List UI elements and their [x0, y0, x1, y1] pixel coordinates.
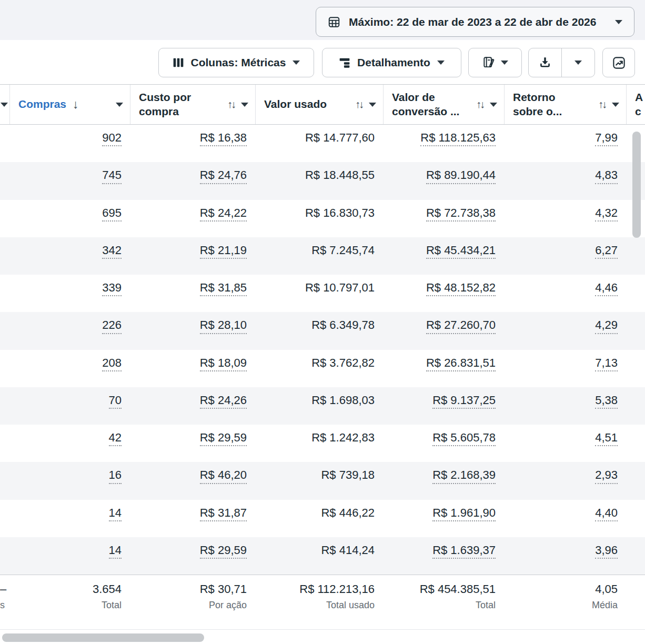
date-range-button[interactable]: Máximo: 22 de mar de 2023 a 22 de abr de…	[316, 7, 634, 37]
metric-value[interactable]: R$ 2.168,39	[432, 468, 496, 484]
sort-icon[interactable]: ↑↓	[355, 98, 362, 110]
metric-value[interactable]: R$ 46,20	[200, 468, 247, 484]
metric-value[interactable]: 208	[102, 356, 122, 371]
metric-value[interactable]: R$ 31,87	[200, 506, 247, 521]
cell-spacer	[0, 350, 9, 387]
metric-value[interactable]: R$ 26.831,51	[426, 356, 496, 371]
cell-custo-por-compra: R$ 16,38	[130, 125, 255, 162]
metric-value[interactable]: 7,13	[595, 356, 618, 371]
sort-icon[interactable]: ↑↓	[476, 98, 483, 110]
header-compras[interactable]: Compras ↓	[9, 85, 130, 124]
header-valor-de-conversao[interactable]: Valor de conversão ... ↑↓	[383, 85, 504, 124]
metric-value[interactable]: 902	[102, 131, 122, 146]
horizontal-scrollbar-thumb[interactable]	[2, 633, 204, 642]
metric-value[interactable]: 70	[109, 394, 122, 409]
chevron-down-icon[interactable]	[490, 103, 497, 107]
column-title: Valor usado	[264, 97, 327, 111]
metric-value[interactable]: R$ 45.434,21	[426, 244, 496, 259]
metric-value[interactable]: 4,29	[595, 318, 618, 334]
header-partial-right-column[interactable]: A c	[626, 85, 645, 124]
metric-value[interactable]: 2,93	[595, 468, 618, 484]
sort-icon[interactable]: ↑↓	[227, 98, 235, 110]
download-icon	[538, 56, 552, 69]
metric-value[interactable]: 3,96	[595, 544, 618, 559]
metric-value[interactable]: 695	[102, 206, 122, 222]
table-row: 226R$ 28,10R$ 6.349,78R$ 27.260,704,29	[0, 312, 645, 349]
header-retorno-sobre-o[interactable]: Retorno sobre o... ↑↓	[504, 85, 626, 124]
header-custo-por-compra[interactable]: Custo por compra ↑↓	[130, 85, 255, 124]
metric-value[interactable]: R$ 24,76	[200, 168, 247, 184]
metric-value[interactable]: R$ 48.152,82	[426, 281, 496, 296]
metric-value[interactable]: R$ 16,38	[200, 131, 247, 146]
metric-value[interactable]: R$ 29,59	[200, 431, 247, 446]
chevron-down-icon[interactable]	[612, 103, 619, 107]
chevron-down-icon[interactable]	[1, 103, 8, 107]
metric-value[interactable]: 4,46	[595, 281, 618, 296]
cell-custo-por-compra: R$ 21,19	[130, 237, 255, 275]
metric-value[interactable]: R$ 18,09	[200, 356, 247, 371]
metric-value: R$ 6.349,78	[311, 318, 375, 333]
metric-value[interactable]: 4,40	[595, 506, 618, 521]
cell-spacer	[0, 125, 9, 162]
chevron-down-icon	[437, 61, 445, 65]
reports-button[interactable]	[468, 48, 522, 77]
cell-spacer	[626, 425, 645, 462]
metric-value[interactable]: 16	[109, 468, 122, 484]
charts-button[interactable]	[602, 48, 635, 77]
metric-value[interactable]: R$ 31,85	[200, 281, 247, 296]
breakdown-button[interactable]: Detalhamento	[322, 48, 461, 77]
header-partial-left-column[interactable]	[0, 85, 9, 124]
metric-value[interactable]: 745	[102, 168, 122, 184]
metric-value[interactable]: R$ 1.961,90	[432, 506, 496, 521]
metric-value[interactable]: R$ 24,22	[200, 206, 247, 222]
metric-value[interactable]: 4,32	[595, 206, 618, 222]
vertical-scrollbar-thumb[interactable]	[632, 132, 641, 238]
metric-value[interactable]: R$ 5.605,78	[432, 431, 496, 446]
sort-descending-icon: ↓	[73, 97, 79, 112]
export-options-button[interactable]	[562, 48, 594, 77]
metric-value[interactable]: 342	[102, 244, 122, 259]
metric-value[interactable]: 14	[109, 506, 122, 521]
header-valor-usado[interactable]: Valor usado ↑↓	[255, 85, 383, 124]
metric-value[interactable]: R$ 118.125,63	[420, 131, 496, 146]
metric-value[interactable]: 4,83	[595, 168, 618, 184]
breakdown-button-label: Detalhamento	[357, 56, 430, 69]
metric-value[interactable]: R$ 9.137,25	[432, 394, 496, 409]
metric-value[interactable]: 7,99	[595, 131, 618, 146]
total-value: 3.654	[93, 582, 122, 596]
cell-valor-usado: R$ 414,24	[255, 537, 383, 575]
columns-button[interactable]: Colunas: Métricas	[158, 48, 314, 77]
metric-value[interactable]: 4,51	[595, 431, 618, 446]
metric-value[interactable]: 6,27	[595, 244, 618, 259]
table-header: Compras ↓ Custo por compra ↑↓ Valor usad…	[0, 84, 645, 125]
cell-spacer	[0, 275, 9, 312]
metric-value[interactable]: R$ 24,26	[200, 394, 247, 409]
metric-value[interactable]: R$ 89.190,44	[426, 168, 496, 184]
download-button[interactable]	[529, 48, 562, 77]
chevron-down-icon[interactable]	[116, 103, 123, 107]
cell-compras: 342	[9, 237, 130, 275]
cell-valor-conversao: R$ 1.961,90	[383, 500, 504, 537]
metric-value[interactable]: R$ 29,59	[200, 544, 247, 559]
metric-value[interactable]: 226	[102, 318, 122, 334]
metric-value[interactable]: 339	[102, 281, 122, 296]
total-value: 4,05	[595, 582, 618, 596]
horizontal-scrollbar[interactable]	[0, 629, 645, 644]
chevron-down-icon[interactable]	[369, 103, 376, 107]
metric-value[interactable]: 14	[109, 544, 122, 559]
metric-value[interactable]: R$ 27.260,70	[426, 318, 496, 334]
top-bar: Máximo: 22 de mar de 2023 a 22 de abr de…	[0, 0, 645, 40]
metric-value[interactable]: 42	[109, 431, 122, 446]
sort-icon[interactable]: ↑↓	[598, 98, 606, 110]
metric-value[interactable]: R$ 21,19	[200, 244, 247, 259]
chevron-down-icon	[615, 20, 622, 24]
totals-valor-usado: R$ 112.213,16 Total usado	[255, 575, 383, 621]
cell-valor-conversao: R$ 118.125,63	[383, 125, 504, 162]
metric-value[interactable]: R$ 72.738,38	[426, 206, 496, 222]
cell-valor-usado: R$ 18.448,55	[255, 162, 383, 199]
metric-value[interactable]: 5,38	[595, 394, 618, 409]
cell-custo-por-compra: R$ 24,76	[130, 162, 255, 199]
chevron-down-icon[interactable]	[241, 103, 248, 107]
metric-value[interactable]: R$ 1.639,37	[432, 544, 496, 559]
metric-value[interactable]: R$ 28,10	[200, 318, 247, 334]
